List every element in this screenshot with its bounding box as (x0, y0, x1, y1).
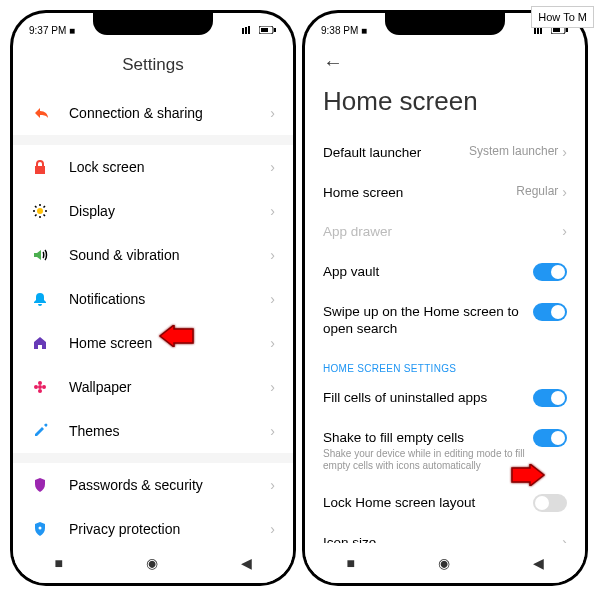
svg-rect-5 (274, 28, 276, 32)
phone-right: 9:38 PM ■ ← Home screen Default launcher… (302, 10, 588, 586)
svg-point-12 (39, 527, 42, 530)
svg-rect-17 (553, 28, 560, 32)
chevron-icon: › (562, 184, 567, 200)
chevron-icon: › (562, 144, 567, 160)
privacy-icon (31, 520, 49, 538)
page-title: Home screen (305, 80, 585, 133)
row-subtitle: Shake your device while in editing mode … (323, 448, 525, 472)
settings-row-brush[interactable]: Themes › (13, 409, 293, 453)
chevron-icon: › (270, 335, 275, 351)
nav-back[interactable]: ◀ (533, 555, 544, 571)
page-title: Settings (13, 41, 293, 91)
row-value: Regular (516, 184, 558, 198)
settings-row[interactable]: Home screen Regular› (305, 173, 585, 213)
nav-recent[interactable]: ■ (346, 555, 354, 571)
section-header: HOME SCREEN SETTINGS (305, 349, 585, 378)
svg-point-9 (38, 389, 42, 393)
flower-icon (31, 378, 49, 396)
toggle[interactable] (533, 494, 567, 512)
row-label: Connection & sharing (69, 105, 270, 121)
settings-row-flower[interactable]: Wallpaper › (13, 365, 293, 409)
svg-rect-18 (566, 28, 568, 32)
nav-recent[interactable]: ■ (54, 555, 62, 571)
row-label: Wallpaper (69, 379, 270, 395)
bell-icon (31, 290, 49, 308)
chevron-icon: › (270, 291, 275, 307)
row-label: Lock Home screen layout (323, 494, 525, 512)
notch (385, 13, 505, 35)
settings-row-share[interactable]: Connection & sharing › (13, 91, 293, 135)
row-label: App drawer (323, 223, 562, 241)
row-label: Fill cells of uninstalled apps (323, 389, 525, 407)
row-label: Passwords & security (69, 477, 270, 493)
row-label: Shake to fill empty cellsShake your devi… (323, 429, 525, 473)
toggle[interactable] (533, 263, 567, 281)
settings-row[interactable]: App drawer › (305, 212, 585, 252)
svg-point-6 (37, 208, 43, 214)
settings-row[interactable]: Fill cells of uninstalled apps (305, 378, 585, 418)
toggle[interactable] (533, 389, 567, 407)
settings-row[interactable]: App vault (305, 252, 585, 292)
settings-row-lock[interactable]: Lock screen › (13, 145, 293, 189)
settings-row-home[interactable]: Home screen › (13, 321, 293, 365)
svg-rect-4 (261, 28, 268, 32)
settings-row[interactable]: Default launcher System launcher› (305, 133, 585, 173)
chevron-icon: › (270, 477, 275, 493)
svg-point-8 (38, 381, 42, 385)
home-icon (31, 334, 49, 352)
chevron-icon: › (270, 105, 275, 121)
chevron-icon: › (270, 159, 275, 175)
chevron-icon: › (562, 223, 567, 239)
row-label: Lock screen (69, 159, 270, 175)
svg-rect-14 (537, 27, 539, 34)
row-label: Notifications (69, 291, 270, 307)
svg-point-7 (38, 385, 42, 389)
settings-row[interactable]: Swipe up on the Home screen to open sear… (305, 292, 585, 349)
settings-row-sound[interactable]: Sound & vibration › (13, 233, 293, 277)
svg-point-10 (34, 385, 38, 389)
svg-rect-0 (242, 28, 244, 34)
back-button[interactable]: ← (305, 41, 585, 80)
row-label: App vault (323, 263, 525, 281)
nav-bar: ■ ◉ ◀ (13, 543, 293, 583)
row-value: System launcher (469, 144, 558, 158)
sun-icon (31, 202, 49, 220)
row-label: Home screen (69, 335, 270, 351)
chevron-icon: › (270, 379, 275, 395)
nav-bar: ■ ◉ ◀ (305, 543, 585, 583)
row-label: Swipe up on the Home screen to open sear… (323, 303, 525, 338)
chevron-icon: › (270, 521, 275, 537)
overlay-badge: How To M (531, 6, 594, 28)
lock-icon (31, 158, 49, 176)
share-icon (31, 104, 49, 122)
chevron-icon: › (270, 247, 275, 263)
settings-row-bell[interactable]: Notifications › (13, 277, 293, 321)
settings-row-sun[interactable]: Display › (13, 189, 293, 233)
sound-icon (31, 246, 49, 264)
toggle[interactable] (533, 429, 567, 447)
row-label: Home screen (323, 184, 516, 202)
shield-icon (31, 476, 49, 494)
brush-icon (31, 422, 49, 440)
nav-back[interactable]: ◀ (241, 555, 252, 571)
svg-rect-1 (245, 27, 247, 34)
chevron-icon: › (270, 203, 275, 219)
phone-left: 9:37 PM ■ Settings Connection & sharing … (10, 10, 296, 586)
nav-home[interactable]: ◉ (146, 555, 158, 571)
row-label: Themes (69, 423, 270, 439)
row-label: Display (69, 203, 270, 219)
settings-row[interactable]: Shake to fill empty cellsShake your devi… (305, 418, 585, 484)
settings-row[interactable]: Lock Home screen layout (305, 483, 585, 523)
svg-point-11 (42, 385, 46, 389)
svg-rect-2 (248, 26, 250, 34)
settings-row-shield[interactable]: Passwords & security › (13, 463, 293, 507)
svg-rect-13 (534, 28, 536, 34)
row-label: Privacy protection (69, 521, 270, 537)
notch (93, 13, 213, 35)
nav-home[interactable]: ◉ (438, 555, 450, 571)
toggle[interactable] (533, 303, 567, 321)
chevron-icon: › (270, 423, 275, 439)
row-label: Default launcher (323, 144, 469, 162)
row-label: Sound & vibration (69, 247, 270, 263)
